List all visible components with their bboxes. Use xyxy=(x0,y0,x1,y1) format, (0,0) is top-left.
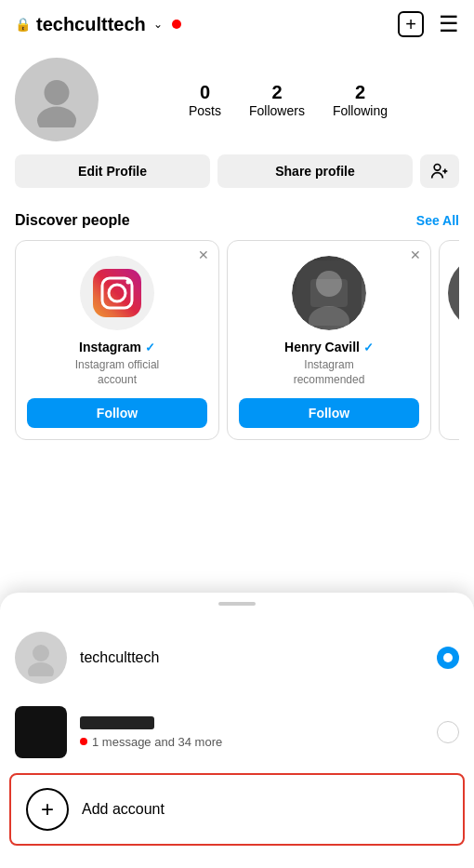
notification-dot-second xyxy=(80,738,87,745)
add-account-label: Add account xyxy=(82,801,165,818)
lock-icon: 🔒 xyxy=(15,17,31,32)
add-account-row[interactable]: + Add account xyxy=(9,773,465,846)
selected-radio xyxy=(437,647,459,669)
close-henry-button[interactable]: ✕ xyxy=(410,248,421,261)
instagram-avatar xyxy=(80,256,154,330)
unselected-radio xyxy=(437,721,459,743)
action-buttons: Edit Profile Share profile xyxy=(15,154,459,188)
add-account-circle-icon: + xyxy=(26,788,69,831)
sheet-avatar-techculttech xyxy=(15,632,67,684)
discover-cards: ✕ xyxy=(15,240,459,440)
discover-card-juan xyxy=(439,240,459,440)
sheet-username: techculttech xyxy=(80,649,424,666)
posts-label: Posts xyxy=(189,103,221,118)
share-profile-button[interactable]: Share profile xyxy=(217,154,413,188)
notification-text: 1 message and 34 more xyxy=(92,735,222,749)
second-account-thumbnail xyxy=(15,706,67,758)
following-stat[interactable]: 2 Following xyxy=(333,82,388,118)
edit-profile-button[interactable]: Edit Profile xyxy=(15,154,210,188)
profile-avatar[interactable] xyxy=(15,58,99,141)
follow-henry-button[interactable]: Follow xyxy=(239,398,419,428)
following-count: 2 xyxy=(355,82,365,103)
profile-stats: 0 Posts 2 Followers 2 Following xyxy=(117,82,459,118)
henry-photo-icon xyxy=(296,260,362,326)
header-right: + ☰ xyxy=(398,11,459,37)
instagram-logo-icon xyxy=(89,265,145,321)
discover-card-instagram: ✕ xyxy=(15,240,219,440)
chevron-down-icon[interactable]: ⌄ xyxy=(153,18,163,31)
henry-avatar xyxy=(292,256,366,330)
svg-point-14 xyxy=(28,662,54,676)
discover-header: Discover people See All xyxy=(15,212,459,229)
svg-point-2 xyxy=(434,165,441,171)
notification-dot xyxy=(172,20,181,29)
second-account-info: 1 message and 34 more xyxy=(80,716,424,749)
follow-instagram-button[interactable]: Follow xyxy=(27,398,207,428)
discover-card-henry: ✕ Henry Cavill ✓ Instagramrecommended Fo… xyxy=(227,240,431,440)
posts-stat[interactable]: 0 Posts xyxy=(189,82,221,118)
second-account-name-bar xyxy=(80,716,154,729)
avatar-image xyxy=(29,72,85,127)
svg-point-1 xyxy=(37,107,76,128)
sheet-avatar-image xyxy=(22,639,59,676)
svg-rect-12 xyxy=(310,279,348,307)
see-all-button[interactable]: See All xyxy=(416,213,459,228)
menu-icon[interactable]: ☰ xyxy=(439,11,459,37)
svg-point-8 xyxy=(126,280,131,285)
following-label: Following xyxy=(333,103,388,118)
account-row-second[interactable]: 1 message and 34 more xyxy=(0,695,474,769)
close-instagram-button[interactable]: ✕ xyxy=(198,248,209,261)
profile-top: 0 Posts 2 Followers 2 Following xyxy=(15,58,459,141)
username: techculttech xyxy=(36,14,146,35)
henry-name: Henry Cavill ✓ xyxy=(284,340,374,354)
bottom-sheet: techculttech 1 message and 34 more + Add… xyxy=(0,593,474,868)
svg-point-0 xyxy=(45,80,70,105)
add-friend-button[interactable] xyxy=(420,154,459,188)
verified-badge-henry: ✓ xyxy=(363,341,374,354)
sheet-handle xyxy=(218,602,256,606)
header-left: 🔒 techculttech ⌄ xyxy=(15,14,181,35)
henry-sub: Instagramrecommended xyxy=(294,358,365,387)
followers-count: 2 xyxy=(271,82,282,103)
posts-count: 0 xyxy=(200,82,210,103)
header: 🔒 techculttech ⌄ + ☰ xyxy=(0,0,474,48)
followers-stat[interactable]: 2 Followers xyxy=(249,82,305,118)
instagram-sub: Instagram officialaccount xyxy=(75,358,160,387)
profile-section: 0 Posts 2 Followers 2 Following Edit Pro… xyxy=(0,48,474,203)
plus-icon: + xyxy=(405,14,416,35)
discover-section: Discover people See All ✕ xyxy=(0,203,474,440)
add-post-button[interactable]: + xyxy=(398,11,424,37)
account-row-techculttech[interactable]: techculttech xyxy=(0,621,474,695)
followers-label: Followers xyxy=(249,103,305,118)
juan-avatar xyxy=(448,256,459,330)
svg-rect-5 xyxy=(93,269,141,317)
verified-badge-instagram: ✓ xyxy=(145,341,155,354)
discover-title: Discover people xyxy=(15,212,130,229)
second-account-notification: 1 message and 34 more xyxy=(80,735,424,749)
add-person-icon xyxy=(430,162,449,180)
instagram-name: Instagram ✓ xyxy=(79,340,155,354)
svg-point-13 xyxy=(33,645,49,661)
